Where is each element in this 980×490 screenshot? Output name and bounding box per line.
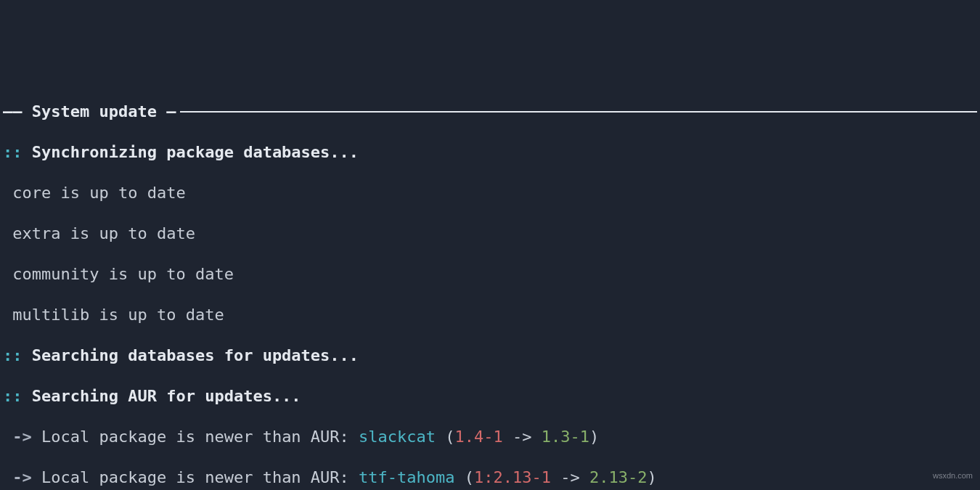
pkg-tahoma: ttf-tahoma: [359, 468, 454, 486]
line-core: core is up to date: [3, 183, 977, 203]
line-community: community is up to date: [3, 264, 977, 285]
line-search-db: :: Searching databases for updates...: [3, 346, 977, 366]
line-extra: extra is up to date: [3, 224, 977, 244]
terminal-output: —— System update — :: Synchronizing pack…: [0, 81, 980, 490]
line-local-newer-tahoma: -> Local package is newer than AUR: ttf-…: [3, 467, 977, 488]
line-multilib: multilib is up to date: [3, 305, 977, 325]
line-sync: :: Synchronizing package databases...: [3, 142, 977, 163]
line-search-aur: :: Searching AUR for updates...: [3, 386, 977, 407]
section-header-system: —— System update —: [3, 102, 977, 122]
line-local-newer-slackcat: -> Local package is newer than AUR: slac…: [3, 427, 977, 447]
watermark: wsxdn.com: [933, 465, 973, 486]
pkg-slackcat: slackcat: [359, 428, 436, 446]
